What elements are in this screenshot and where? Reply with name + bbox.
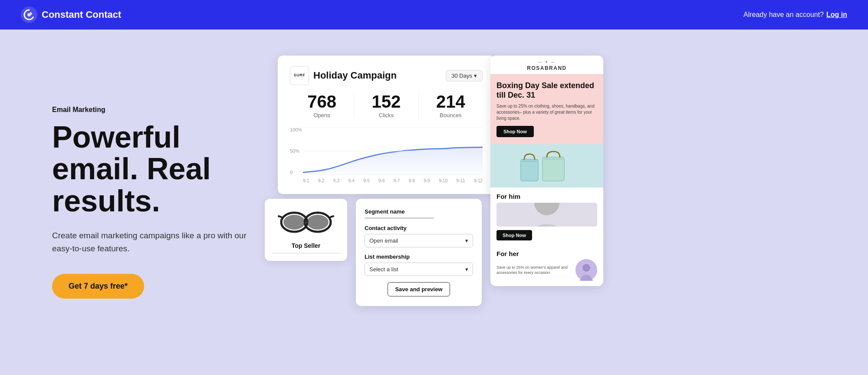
ep-her-desc: Save up to 25% on women's apparel and ac…: [496, 265, 572, 276]
ep-pink-section: Boxing Day Sale extended till Dec. 31 Sa…: [490, 74, 603, 144]
ep-brand-decoration: — ✦ —: [496, 60, 598, 64]
segment-name-label: Segment name: [365, 208, 473, 215]
hero-subtext: Create email marketing campaigns like a …: [52, 229, 252, 255]
list-membership-label: List membership: [365, 253, 473, 260]
product-label: Top Seller: [272, 242, 340, 249]
ep-section-2: For him Shop Now: [490, 188, 603, 246]
header: Constant Contact Already have an account…: [0, 0, 868, 30]
product-card: Top Seller: [265, 199, 347, 261]
svg-rect-13: [542, 157, 564, 181]
product-line: [272, 253, 340, 254]
svg-rect-14: [544, 158, 563, 160]
y-label-50: 50%: [290, 148, 302, 154]
stat-clicks-number: 152: [354, 93, 418, 110]
svg-point-18: [582, 264, 590, 272]
ep-for-him-label: For him: [496, 193, 597, 200]
ep-brand-header: — ✦ — ROSABRAND: [490, 56, 603, 74]
stat-bounces-number: 214: [419, 93, 483, 110]
hero-left: Email Marketing Powerful email. Real res…: [0, 106, 269, 299]
cta-button[interactable]: Get 7 days free*: [52, 274, 144, 299]
days-badge[interactable]: 30 Days ▾: [446, 70, 483, 82]
ep-bags-area: [490, 144, 603, 188]
stats-row: 768 Opens 152 Clicks 214 Bounces: [290, 93, 483, 118]
svg-point-1: [27, 13, 31, 16]
hero-section: Email Marketing Powerful email. Real res…: [0, 30, 868, 375]
ep-her-image: [575, 259, 597, 281]
stat-opens-number: 768: [290, 93, 354, 110]
chevron-down-icon: ▾: [465, 237, 468, 244]
y-label-100: 100%: [290, 127, 302, 132]
contact-activity-label: Contact activity: [365, 225, 473, 231]
ep-brand-name: ROSABRAND: [496, 65, 598, 71]
email-preview-card: — ✦ — ROSABRAND Boxing Day Sale extended…: [490, 56, 603, 286]
stat-bounces-label: Bounces: [419, 112, 483, 118]
ep-her-row: Save up to 25% on women's apparel and ac…: [490, 259, 603, 286]
chevron-down-icon-2: ▾: [465, 266, 468, 273]
ep-sale-title: Boxing Day Sale extended till Dec. 31: [496, 81, 597, 100]
stat-clicks-label: Clicks: [354, 112, 418, 118]
contact-activity-select[interactable]: Open email ▾: [365, 234, 473, 247]
stat-opens: 768 Opens: [290, 93, 354, 118]
logo-text: Constant Contact: [42, 9, 121, 20]
campaign-brand: SURF Holiday Campaign: [290, 66, 397, 85]
brand-logo: SURF: [290, 66, 309, 85]
segment-name-input-line: [365, 217, 434, 219]
svg-point-10: [307, 215, 329, 230]
svg-line-8: [331, 216, 333, 217]
ep-shop-him-button[interactable]: Shop Now: [496, 230, 532, 240]
svg-point-9: [283, 215, 305, 230]
y-label-0: 0: [290, 170, 302, 175]
glasses-icon: [278, 206, 334, 236]
campaign-card: SURF Holiday Campaign 30 Days ▾ 768 Open…: [278, 56, 495, 194]
ep-him-placeholder: [496, 203, 597, 227]
cc-logo-icon: [21, 7, 37, 23]
header-right: Already have an account? Log in: [743, 11, 847, 19]
contact-activity-value: Open email: [369, 237, 398, 244]
email-marketing-label: Email Marketing: [52, 106, 269, 114]
hero-right: SURF Holiday Campaign 30 Days ▾ 768 Open…: [269, 30, 868, 375]
stat-bounces: 214 Bounces: [419, 93, 483, 118]
stat-opens-label: Opens: [290, 112, 354, 118]
ep-shop-now-button[interactable]: Shop Now: [496, 126, 534, 137]
chart-x-labels: 9-1 9-2 9-3 9-4 9-5 9-6 9-7 9-8 9-9 9-10…: [303, 178, 483, 183]
chart-y-labels: 100% 50% 0: [290, 127, 302, 175]
svg-rect-11: [521, 159, 538, 181]
already-have-account-text: Already have an account?: [743, 11, 824, 19]
save-preview-button[interactable]: Save and preview: [388, 282, 450, 296]
chart-svg: [303, 127, 483, 175]
svg-rect-12: [522, 161, 537, 162]
login-link[interactable]: Log in: [826, 11, 847, 19]
campaign-title: Holiday Campaign: [313, 70, 397, 81]
stat-clicks: 152 Clicks: [354, 93, 418, 118]
list-membership-value: Select a list: [369, 266, 398, 273]
bags-illustration: [512, 146, 582, 185]
chart-area: 100% 50% 0: [290, 127, 483, 184]
ep-him-row: [496, 203, 597, 227]
ep-for-her-label: For her: [490, 246, 603, 259]
list-membership-select[interactable]: Select a list ▾: [365, 263, 473, 276]
segment-card: Segment name Contact activity Open email…: [356, 199, 482, 306]
ep-sale-desc: Save up to 25% on clothing, shoes, handb…: [496, 103, 597, 122]
campaign-header: SURF Holiday Campaign 30 Days ▾: [290, 66, 483, 85]
svg-line-7: [279, 216, 281, 217]
ep-him-image: [496, 203, 597, 227]
logo-area: Constant Contact: [21, 7, 121, 23]
hero-headline: Powerful email. Real results.: [52, 122, 269, 217]
